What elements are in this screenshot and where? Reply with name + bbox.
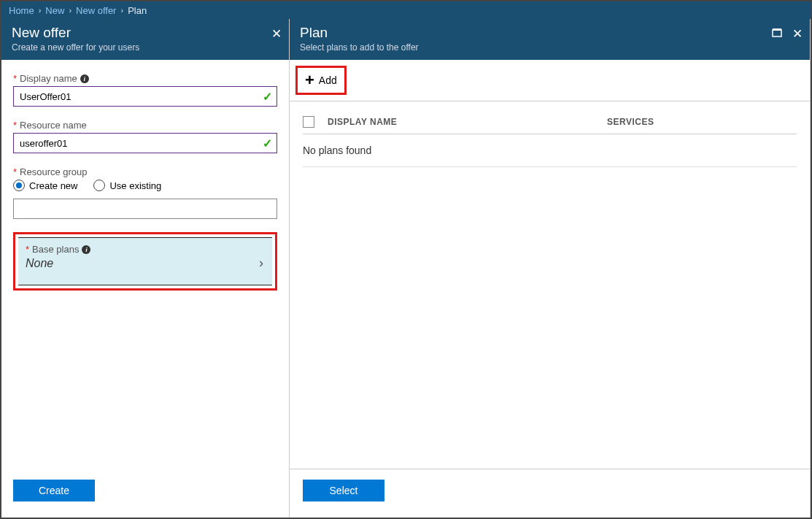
blade-title: New offer bbox=[12, 25, 279, 41]
blade-new-offer: New offer Create a new offer for your us… bbox=[1, 19, 290, 518]
resource-name-label: * Resource name bbox=[13, 120, 277, 131]
blade-subtitle: Create a new offer for your users bbox=[12, 42, 279, 53]
breadcrumb-item-new-offer[interactable]: New offer bbox=[76, 5, 116, 16]
chevron-right-icon: › bbox=[69, 6, 71, 15]
info-icon[interactable]: i bbox=[82, 245, 90, 254]
column-display-name[interactable]: DISPLAY NAME bbox=[328, 117, 607, 127]
base-plans-value: None bbox=[26, 257, 265, 270]
chevron-right-icon: › bbox=[120, 6, 123, 15]
radio-icon bbox=[93, 180, 105, 191]
info-icon[interactable]: i bbox=[80, 74, 89, 83]
select-all-checkbox[interactable] bbox=[303, 116, 314, 128]
required-indicator: * bbox=[13, 73, 17, 84]
blade-subtitle: Select plans to add to the offer bbox=[300, 42, 800, 53]
close-icon[interactable]: ✕ bbox=[792, 26, 803, 42]
svg-rect-1 bbox=[773, 28, 781, 31]
maximize-icon[interactable] bbox=[772, 28, 782, 41]
base-plans-label: Base plans bbox=[32, 244, 79, 255]
chevron-right-icon: › bbox=[39, 6, 42, 15]
check-icon: ✓ bbox=[263, 90, 272, 104]
breadcrumb: Home › New › New offer › Plan bbox=[1, 1, 811, 19]
required-indicator: * bbox=[13, 120, 17, 131]
select-button[interactable]: Select bbox=[303, 480, 384, 501]
breadcrumb-item-home[interactable]: Home bbox=[9, 5, 34, 16]
table-header: DISPLAY NAME SERVICES bbox=[303, 116, 797, 134]
create-button[interactable]: Create bbox=[13, 480, 95, 501]
blade-header: Plan Select plans to add to the offer ✕ bbox=[290, 19, 810, 60]
radio-icon bbox=[13, 180, 25, 191]
display-name-input[interactable] bbox=[14, 87, 277, 106]
add-button[interactable]: + Add bbox=[295, 66, 347, 95]
display-name-label: * Display name i bbox=[13, 73, 277, 84]
resource-group-label: * Resource group bbox=[13, 166, 277, 177]
radio-create-new[interactable]: Create new bbox=[13, 180, 77, 191]
chevron-right-icon: › bbox=[259, 255, 263, 271]
required-indicator: * bbox=[26, 244, 29, 255]
base-plans-selector[interactable]: * Base plans i None › bbox=[18, 237, 272, 285]
empty-state-message: No plans found bbox=[303, 134, 797, 167]
required-indicator: * bbox=[13, 166, 17, 177]
breadcrumb-item-new[interactable]: New bbox=[45, 5, 64, 16]
close-icon[interactable]: ✕ bbox=[271, 26, 282, 42]
breadcrumb-item-plan: Plan bbox=[128, 5, 147, 16]
toolbar: + Add bbox=[290, 60, 810, 101]
blade-title: Plan bbox=[300, 25, 800, 41]
resource-name-input[interactable] bbox=[14, 134, 277, 153]
radio-use-existing[interactable]: Use existing bbox=[93, 180, 161, 191]
plus-icon: + bbox=[305, 72, 314, 88]
column-services[interactable]: SERVICES bbox=[607, 117, 797, 127]
blade-header: New offer Create a new offer for your us… bbox=[1, 19, 289, 60]
resource-group-input[interactable] bbox=[13, 199, 277, 219]
svg-rect-0 bbox=[773, 30, 781, 36]
check-icon: ✓ bbox=[263, 137, 272, 150]
blade-plan: Plan Select plans to add to the offer ✕ … bbox=[290, 19, 811, 518]
